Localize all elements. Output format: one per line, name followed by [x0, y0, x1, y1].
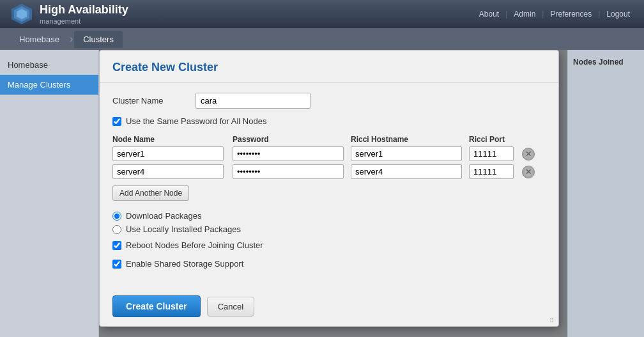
node-table: ✕ [112, 146, 546, 179]
modal-body: Cluster Name Use the Same Password for A… [100, 82, 558, 289]
col-header-ricci-port: Ricci Port [464, 135, 518, 144]
node-del-cell-1: ✕ [518, 148, 536, 161]
node-delete-button-1[interactable]: ✕ [522, 148, 535, 161]
right-panel: Nodes Joined [567, 50, 644, 337]
col-header-ricci-hostname: Ricci Hostname [346, 135, 464, 144]
reboot-label[interactable]: Reboot Nodes Before Joining Cluster [126, 240, 263, 250]
node-name-input-1[interactable] [112, 146, 224, 161]
main-layout: Homebase Manage Clusters Create New Clus… [0, 50, 644, 337]
header-title-group: High Availability management [40, 3, 128, 25]
node-pass-cell-2 [227, 164, 346, 179]
table-row: ✕ [112, 146, 546, 161]
node-ricci-input-2[interactable] [351, 164, 462, 179]
node-port-input-2[interactable] [469, 164, 514, 179]
modal-overlay: Create New Cluster Cluster Name Use the … [99, 50, 567, 337]
app-subtitle: management [40, 17, 128, 25]
header-nav: About | Admin | Preferences | Logout [475, 0, 634, 28]
modal-footer: Create Cluster Cancel [100, 289, 558, 326]
local-packages-radio[interactable] [112, 225, 121, 234]
download-packages-row: Download Packages [112, 211, 546, 221]
sidebar-item-homebase[interactable]: Homebase [0, 55, 98, 75]
right-panel-header: Nodes Joined [573, 55, 639, 69]
breadcrumb-clusters[interactable]: Clusters [74, 31, 123, 48]
local-packages-row: Use Locally Installed Packages [112, 224, 546, 234]
logout-link[interactable]: Logout [602, 8, 634, 20]
shared-storage-checkbox[interactable] [112, 260, 121, 269]
col-header-node: Node Name [112, 135, 227, 144]
sep3: | [598, 10, 600, 19]
local-packages-label[interactable]: Use Locally Installed Packages [126, 224, 241, 234]
cancel-button[interactable]: Cancel [207, 297, 254, 317]
resize-handle[interactable]: ⠿ [549, 317, 557, 325]
node-port-input-1[interactable] [469, 146, 514, 161]
options-section: Reboot Nodes Before Joining Cluster Enab… [112, 240, 546, 269]
node-name-cell-1 [112, 146, 227, 161]
cluster-name-row: Cluster Name [112, 93, 546, 109]
node-pass-input-1[interactable] [233, 146, 344, 161]
reboot-checkbox[interactable] [112, 241, 121, 250]
sidebar-item-manage-clusters[interactable]: Manage Clusters [0, 75, 98, 95]
shared-storage-label[interactable]: Enable Shared Storage Support [126, 259, 243, 269]
modal-title: Create New Cluster [100, 51, 558, 82]
table-row: ✕ [112, 164, 546, 179]
node-table-header: Node Name Password Ricci Hostname Ricci … [112, 135, 546, 144]
col-header-password: Password [227, 135, 346, 144]
node-ricci-cell-2 [346, 164, 464, 179]
sep1: | [505, 10, 507, 19]
node-name-input-2[interactable] [112, 164, 224, 179]
ha-logo-icon [10, 3, 33, 26]
sep2: | [542, 10, 544, 19]
breadcrumb-homebase[interactable]: Homebase [10, 31, 68, 48]
node-port-cell-1 [464, 146, 518, 161]
node-delete-button-2[interactable]: ✕ [522, 166, 535, 178]
content-area: Create New Cluster Cluster Name Use the … [99, 50, 567, 337]
create-cluster-button[interactable]: Create Cluster [112, 295, 201, 317]
node-del-cell-2: ✕ [518, 166, 536, 178]
download-packages-radio[interactable] [112, 212, 121, 221]
node-name-cell-2 [112, 164, 227, 179]
preferences-link[interactable]: Preferences [546, 8, 595, 20]
download-packages-label[interactable]: Download Packages [126, 211, 202, 221]
same-password-checkbox[interactable] [112, 117, 121, 126]
add-another-node-button[interactable]: Add Another Node [112, 185, 189, 201]
same-password-row: Use the Same Password for All Nodes [112, 116, 546, 126]
create-cluster-modal: Create New Cluster Cluster Name Use the … [99, 50, 559, 327]
node-pass-input-2[interactable] [233, 164, 344, 179]
logo-area: High Availability management [10, 3, 128, 26]
app-title: High Availability [40, 3, 128, 17]
about-link[interactable]: About [475, 8, 503, 20]
node-ricci-input-1[interactable] [351, 146, 462, 161]
cluster-name-label: Cluster Name [112, 96, 195, 106]
node-port-cell-2 [464, 164, 518, 179]
breadcrumb-sep: › [70, 33, 73, 45]
sidebar: Homebase Manage Clusters [0, 50, 99, 337]
node-ricci-cell-1 [346, 146, 464, 161]
breadcrumb-bar: Homebase › Clusters [0, 28, 644, 50]
same-password-label[interactable]: Use the Same Password for All Nodes [126, 116, 266, 126]
reboot-row: Reboot Nodes Before Joining Cluster [112, 240, 546, 250]
admin-link[interactable]: Admin [510, 8, 539, 20]
shared-storage-row: Enable Shared Storage Support [112, 259, 546, 269]
node-pass-cell-1 [227, 146, 346, 161]
header: High Availability management About | Adm… [0, 0, 644, 28]
cluster-name-input[interactable] [195, 93, 310, 109]
